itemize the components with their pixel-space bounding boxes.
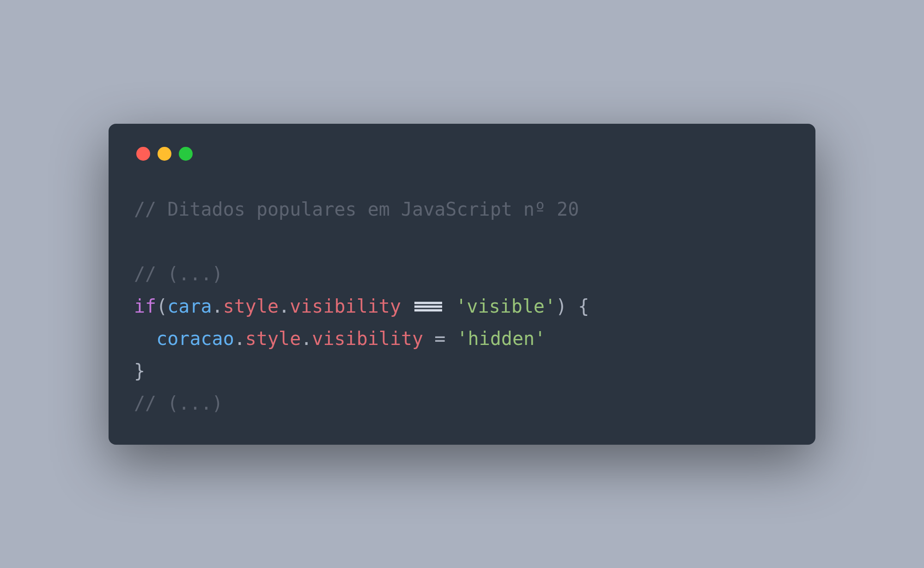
dot: . [234,328,245,349]
dot: . [301,328,312,349]
assign-op: = [434,328,445,349]
prop-style: style [245,328,301,349]
window-controls [136,147,790,161]
indent [134,328,156,349]
dot: . [279,296,290,317]
strict-equals-icon [414,302,443,312]
code-window: // Ditados populares em JavaScript nº 20… [109,124,815,445]
code-comment-ellipsis-bottom: // (...) [134,393,223,414]
var-coracao: coracao [156,328,234,349]
string-hidden: 'hidden' [456,328,546,349]
minimize-icon[interactable] [158,147,171,161]
maximize-icon[interactable] [179,147,193,161]
space [423,328,434,349]
paren-close: ) [556,296,567,317]
brace-open: { [578,296,589,317]
prop-visibility: visibility [290,296,401,317]
space [567,296,578,317]
paren-open: ( [156,296,167,317]
brace-close: } [134,360,145,381]
code-comment-ellipsis-top: // (...) [134,263,223,284]
prop-visibility: visibility [312,328,423,349]
code-block: // Ditados populares em JavaScript nº 20… [134,193,790,419]
string-visible: 'visible' [456,296,556,317]
keyword-if: if [134,296,156,317]
close-icon[interactable] [136,147,150,161]
prop-style: style [223,296,279,317]
space [444,296,456,317]
code-comment-title: // Ditados populares em JavaScript nº 20 [134,199,579,220]
var-cara: cara [167,296,212,317]
dot: . [212,296,223,317]
space [445,328,456,349]
space [401,296,412,317]
